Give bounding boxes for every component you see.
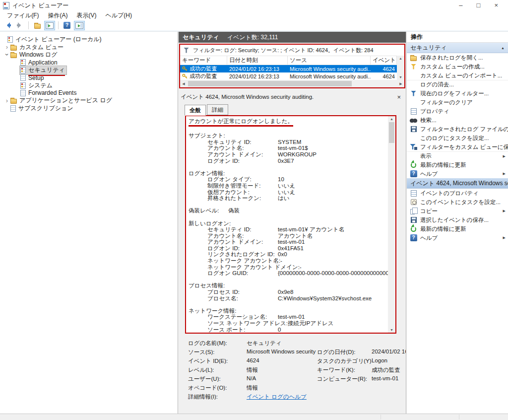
description-line: ログオン ID: 0x3E7 (189, 158, 387, 164)
event-keyword: 成功の監査 (190, 65, 217, 72)
tree-expander-icon[interactable] (4, 52, 10, 57)
action-item-label: フィルターをカスタム ビューに保存... (420, 143, 508, 151)
scroll-right-icon[interactable]: ▶ (397, 82, 404, 86)
scroll-down-icon[interactable]: ▼ (399, 75, 402, 79)
audit-success-key-icon (182, 73, 188, 79)
action-item[interactable]: このログにタスクを設定... ▶ (407, 134, 508, 142)
property-label: ログの日付(D): (317, 349, 372, 356)
event-list-vertical-scrollbar[interactable]: ▲ ▼ (397, 56, 404, 80)
close-detail-icon[interactable]: × (397, 93, 401, 101)
back-button[interactable] (2, 21, 13, 30)
event-row[interactable]: 成功の監査 2024/01/02 16:23:13 Microsoft Wind… (180, 65, 397, 72)
tree-item[interactable]: Application (0, 59, 178, 66)
tree-item[interactable]: サブスクリプション (0, 105, 178, 112)
minimize-button[interactable]: – (459, 0, 462, 10)
help-icon: ? (410, 170, 417, 177)
scroll-down-icon[interactable]: ▼ (390, 328, 393, 332)
actions-section-security[interactable]: セキュリティ ▲ (407, 43, 508, 53)
tree-item[interactable]: セキュリティ (0, 67, 178, 74)
close-button[interactable]: × (494, 0, 498, 10)
description-label: ログオン情報: (189, 170, 225, 177)
action-item[interactable]: 表示 ▶ (407, 151, 508, 160)
scroll-up-icon[interactable]: ▲ (399, 57, 402, 60)
action-item[interactable]: 選択したイベントの保存... ▶ (407, 215, 508, 224)
tree-item-body[interactable]: システム (20, 81, 54, 90)
tree-item[interactable]: カスタム ビュー (0, 43, 178, 51)
vscroll-thumb[interactable] (389, 122, 394, 143)
tree-item[interactable]: イベント ビューアー (ローカル) (0, 36, 178, 43)
tree-expander-icon[interactable] (4, 98, 10, 103)
description-vertical-scrollbar[interactable]: ▲ ▼ (388, 116, 395, 333)
menu-item[interactable]: 操作(A) (44, 11, 71, 20)
actions-section-title: セキュリティ (410, 44, 447, 52)
tree-item[interactable]: アプリケーションとサービス ログ (0, 97, 178, 104)
action-item[interactable]: フィルターのクリア ▶ (407, 98, 508, 107)
property-row: 詳細情報(I): イベント ログのヘルプ (188, 393, 406, 402)
detail-tab[interactable]: 全般 (185, 105, 206, 116)
submenu-arrow-icon: ▶ (503, 172, 506, 176)
action-item[interactable]: このイベントにタスクを設定... ▶ (407, 198, 508, 207)
action-item[interactable]: ? ヘルプ ▶ (407, 169, 508, 178)
description-value: 偽装 (228, 208, 240, 214)
actions-section-event[interactable]: イベント 4624, Microsoft Windows securit... … (407, 178, 508, 189)
detail-tab[interactable]: 詳細 (207, 104, 228, 115)
open-saved-log-button[interactable] (32, 21, 43, 30)
filter-summary-bar[interactable]: フィルター: ログ: Security; ソース: ; イベント ID: 462… (180, 45, 404, 56)
action-item[interactable]: カスタム ビューのインポート... ▶ (407, 71, 508, 80)
log-pane-title-bar: セキュリティ イベント数: 32,111 (179, 32, 406, 43)
menu-item[interactable]: ヘルプ(H) (101, 11, 136, 20)
scroll-left-icon[interactable]: ◀ (180, 82, 187, 86)
menu-item[interactable]: ファイル(F) (3, 11, 43, 20)
tree-item-body[interactable]: サブスクリプション (10, 104, 75, 113)
action-item[interactable]: 保存されたログを開く... ▶ (407, 53, 508, 62)
tree-item-body[interactable]: Forwarded Events (20, 89, 78, 96)
collapse-icon[interactable]: ▲ (499, 46, 505, 50)
action-item[interactable]: フィルターをカスタム ビューに保存... ▶ (407, 142, 508, 151)
maximize-button[interactable]: □ (477, 0, 481, 10)
scroll-up-icon[interactable]: ▲ (390, 117, 393, 121)
description-label: ネットワーク アカウント名: (207, 258, 280, 264)
action-item[interactable]: コピー ▶ (407, 207, 508, 215)
log-plain-icon (20, 74, 26, 81)
description-label: プロセス ID: (207, 289, 278, 295)
event-list-horizontal-scrollbar[interactable]: ◀ ▶ (180, 80, 404, 87)
open-saved-log-icon (410, 56, 417, 61)
tree-item-body[interactable]: セキュリティ (20, 66, 66, 74)
tree-expander-icon[interactable] (4, 45, 10, 50)
description-value: いいえ (278, 189, 295, 196)
tree-item[interactable]: システム (0, 81, 178, 89)
action-item[interactable]: イベントのプロパティ ▶ (407, 189, 508, 198)
action-item[interactable]: 最新の情報に更新 ▶ (407, 224, 508, 233)
action-item[interactable]: 最新の情報に更新 ▶ (407, 160, 508, 169)
help-icon: ? (64, 22, 70, 29)
action-item[interactable]: プロパティ ▶ (407, 107, 508, 116)
tree-item-body[interactable]: Windows ログ (10, 51, 59, 59)
tree-item[interactable]: Forwarded Events (0, 89, 178, 97)
action-item[interactable]: ログの消去... ▶ (407, 80, 508, 89)
event-row[interactable]: 成功の監査 2024/01/02 16:23:13 Microsoft Wind… (180, 72, 397, 80)
column-header[interactable]: 日付と時刻 (227, 56, 288, 65)
description-line (189, 214, 387, 220)
action-item[interactable]: フィルターされたログ ファイルの名前を付... ▶ (407, 125, 508, 134)
action-item[interactable]: ? ヘルプ ▶ (407, 233, 508, 242)
show-console-tree-button[interactable] (44, 21, 55, 30)
help-button[interactable]: ? (62, 21, 72, 30)
forward-button[interactable] (14, 21, 25, 30)
column-header[interactable]: ソース (288, 56, 371, 65)
hscroll-thumb[interactable] (188, 81, 352, 86)
description-value: 0x3E7 (278, 158, 294, 164)
tree-item[interactable]: Setup (0, 74, 178, 81)
description-value: 接続元IPアドレス (288, 320, 333, 327)
tree-item-body[interactable]: Setup (20, 74, 45, 81)
tree-item[interactable]: Windows ログ (0, 51, 178, 59)
description-line: 偽装レベル: 偽装 (189, 208, 387, 214)
action-item[interactable]: カスタム ビューの作成... ▶ (407, 62, 508, 71)
menu-item[interactable]: 表示(V) (72, 11, 100, 20)
action-item[interactable]: 現在のログをフィルター... ▶ (407, 89, 508, 98)
description-label: ワークステーション名: (207, 314, 278, 320)
show-action-pane-button[interactable] (74, 21, 85, 30)
action-item[interactable]: 検索... ▶ (407, 116, 508, 125)
tree-item-body[interactable]: Application (20, 59, 59, 66)
column-header[interactable]: イベント ID (371, 56, 397, 65)
column-header[interactable]: キーワード (180, 56, 227, 65)
